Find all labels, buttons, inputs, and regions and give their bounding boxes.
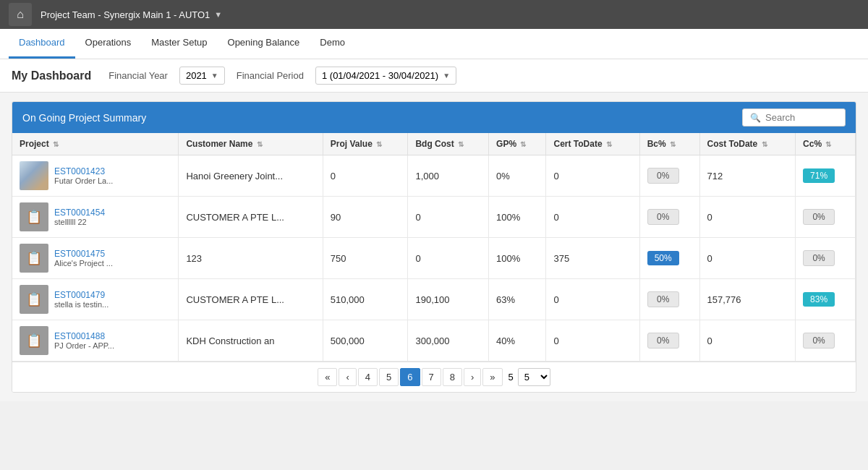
cell-cost-todate: 0 xyxy=(699,197,796,238)
table-row: EST0001423 Futar Order La... Hanoi Green… xyxy=(12,155,856,197)
cell-gp-pct: 100% xyxy=(489,238,546,279)
cc-badge: 0% xyxy=(803,209,835,225)
project-info: EST0001479 stella is testin... xyxy=(54,290,109,309)
col-project[interactable]: Project ⇅ xyxy=(12,133,179,155)
project-info: EST0001454 stellllll 22 xyxy=(54,208,105,226)
cell-gp-pct: 40% xyxy=(489,320,546,362)
financial-year-chevron-icon: ▼ xyxy=(211,72,218,80)
project-cell: 📋 EST0001479 stella is testin... xyxy=(20,285,171,314)
page-8-button[interactable]: 8 xyxy=(443,368,462,386)
project-name: Alice's Project ... xyxy=(54,259,113,268)
page-4-button[interactable]: 4 xyxy=(358,368,378,386)
page-last-button[interactable]: » xyxy=(482,368,502,386)
cell-bc-pct: 0% xyxy=(639,320,699,362)
cell-cert-todate: 0 xyxy=(546,320,639,362)
cell-bdg-cost: 1,000 xyxy=(408,155,489,197)
project-id[interactable]: EST0001488 xyxy=(54,331,114,341)
cell-gp-pct: 0% xyxy=(489,155,546,197)
page-6-button[interactable]: 6 xyxy=(400,368,420,386)
project-name: Futar Order La... xyxy=(54,176,113,185)
col-cert-todate[interactable]: Cert ToDate ⇅ xyxy=(546,133,639,155)
project-table: Project ⇅ Customer Name ⇅ Proj Value ⇅ B… xyxy=(12,133,856,362)
col-proj-value[interactable]: Proj Value ⇅ xyxy=(323,133,408,155)
project-summary-card: On Going Project Summary 🔍 Project ⇅ Cus… xyxy=(12,101,856,393)
cell-bdg-cost: 300,000 xyxy=(408,320,489,362)
project-id[interactable]: EST0001454 xyxy=(54,208,105,218)
bc-badge: 0% xyxy=(647,209,679,225)
bc-badge: 0% xyxy=(647,333,679,349)
cell-bc-pct: 0% xyxy=(639,197,699,238)
nav-item-opening-balance[interactable]: Opening Balance xyxy=(218,28,310,59)
financial-year-label: Financial Year xyxy=(109,70,168,81)
financial-period-label: Financial Period xyxy=(237,70,304,81)
nav-item-demo[interactable]: Demo xyxy=(310,28,355,59)
project-cell: EST0001423 Futar Order La... xyxy=(20,161,171,190)
nav-item-master-setup[interactable]: Master Setup xyxy=(141,28,217,59)
title-chevron-icon[interactable]: ▼ xyxy=(214,10,222,19)
cell-project: 📋 EST0001488 PJ Order - APP... xyxy=(12,320,179,362)
financial-year-select[interactable]: 2021 ▼ xyxy=(179,67,225,85)
col-gp-pct[interactable]: GP% ⇅ xyxy=(489,133,546,155)
page-7-button[interactable]: 7 xyxy=(422,368,441,386)
project-info: EST0001475 Alice's Project ... xyxy=(54,249,113,268)
nav-item-dashboard[interactable]: Dashboard xyxy=(9,28,75,59)
col-bc-pct[interactable]: Bc% ⇅ xyxy=(639,133,699,155)
table-row: 📋 EST0001479 stella is testin... CUSTOME… xyxy=(12,279,856,320)
search-input[interactable] xyxy=(765,112,838,123)
project-id[interactable]: EST0001475 xyxy=(54,249,113,259)
cell-customer: CUSTOMER A PTE L... xyxy=(179,279,323,320)
cell-bc-pct: 0% xyxy=(639,155,699,197)
table-wrapper[interactable]: Project ⇅ Customer Name ⇅ Proj Value ⇅ B… xyxy=(12,133,856,362)
cell-proj-value: 510,000 xyxy=(323,279,408,320)
project-name: stellllll 22 xyxy=(54,218,105,226)
dashboard-title: My Dashboard xyxy=(12,69,91,82)
project-title: Project Team - Synergix Main 1 - AUTO1 xyxy=(41,9,210,20)
financial-period-select[interactable]: 1 (01/04/2021 - 30/04/2021) ▼ xyxy=(315,67,456,85)
page-prev-button[interactable]: ‹ xyxy=(339,368,356,386)
col-bdg-cost[interactable]: Bdg Cost ⇅ xyxy=(408,133,489,155)
project-cell: 📋 EST0001475 Alice's Project ... xyxy=(20,244,171,273)
table-header: Project ⇅ Customer Name ⇅ Proj Value ⇅ B… xyxy=(12,133,856,155)
pagination: « ‹ 4 5 6 7 8 › » 5 5 10 20 xyxy=(12,362,856,392)
search-icon: 🔍 xyxy=(750,113,761,123)
cc-badge: 83% xyxy=(803,292,835,307)
col-cc-pct[interactable]: Cc% ⇅ xyxy=(796,133,856,155)
financial-period-chevron-icon: ▼ xyxy=(443,72,450,80)
page-first-button[interactable]: « xyxy=(318,368,337,386)
table-row: 📋 EST0001488 PJ Order - APP... KDH Const… xyxy=(12,320,856,362)
page-next-button[interactable]: › xyxy=(464,368,481,386)
project-cell: 📋 EST0001488 PJ Order - APP... xyxy=(20,326,171,355)
bc-badge: 0% xyxy=(647,291,679,307)
project-info: EST0001423 Futar Order La... xyxy=(54,166,113,185)
top-bar-title: Project Team - Synergix Main 1 - AUTO1 ▼ xyxy=(41,9,222,20)
cell-project: 📋 EST0001479 stella is testin... xyxy=(12,279,179,320)
project-thumb: 📋 xyxy=(20,326,48,355)
cell-customer: Hanoi Greenery Joint... xyxy=(179,155,323,197)
cell-customer: KDH Construction an xyxy=(179,320,323,362)
page-5-button[interactable]: 5 xyxy=(379,368,399,386)
home-button[interactable]: ⌂ xyxy=(9,3,32,26)
nav-item-operations[interactable]: Operations xyxy=(75,28,142,59)
project-id[interactable]: EST0001423 xyxy=(54,166,113,176)
page-size-select[interactable]: 5 10 20 xyxy=(518,368,550,386)
financial-year-value: 2021 xyxy=(186,70,207,81)
cell-cost-todate: 0 xyxy=(699,320,796,362)
project-id[interactable]: EST0001479 xyxy=(54,290,109,300)
table-body: EST0001423 Futar Order La... Hanoi Green… xyxy=(12,155,856,362)
col-customer-name[interactable]: Customer Name ⇅ xyxy=(179,133,323,155)
cell-project: 📋 EST0001475 Alice's Project ... xyxy=(12,238,179,279)
project-thumb: 📋 xyxy=(20,202,48,231)
col-cost-todate[interactable]: Cost ToDate ⇅ xyxy=(699,133,796,155)
cell-cert-todate: 0 xyxy=(546,155,639,197)
cell-project: EST0001423 Futar Order La... xyxy=(12,155,179,197)
cell-cost-todate: 712 xyxy=(699,155,796,197)
cell-customer: CUSTOMER A PTE L... xyxy=(179,197,323,238)
search-box[interactable]: 🔍 xyxy=(742,108,846,127)
cell-cc-pct: 0% xyxy=(796,238,856,279)
bc-badge: 50% xyxy=(647,251,679,265)
project-info: EST0001488 PJ Order - APP... xyxy=(54,331,114,350)
cell-customer: 123 xyxy=(179,238,323,279)
cell-bdg-cost: 190,100 xyxy=(408,279,489,320)
cell-cert-todate: 0 xyxy=(546,279,639,320)
cell-cc-pct: 0% xyxy=(796,197,856,238)
